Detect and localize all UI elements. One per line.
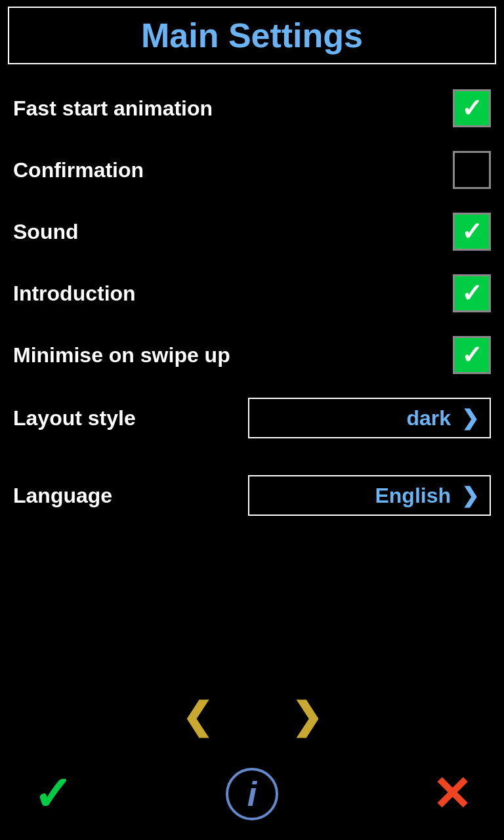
setting-layout-style: Layout style dark ❯ [13,386,491,450]
layout-style-label: Layout style [13,406,136,430]
confirm-button[interactable]: ✓ [33,770,72,818]
sound-checkmark: ✓ [461,219,482,244]
setting-language: Language English ❯ [13,463,491,528]
minimise-swipe-label: Minimise on swipe up [13,343,230,368]
layout-style-arrow-icon: ❯ [461,406,479,430]
language-arrow-icon: ❯ [461,483,479,508]
fast-start-animation-checkmark: ✓ [461,96,482,121]
nav-arrows-row: ❮ ❯ [182,698,322,735]
setting-confirmation: Confirmation [13,139,491,201]
minimise-swipe-checkmark: ✓ [461,343,482,368]
setting-fast-start-animation: Fast start animation ✓ [13,77,491,139]
page-header: Main Settings [8,7,496,64]
language-dropdown[interactable]: English ❯ [248,475,491,516]
next-arrow-button[interactable]: ❯ [291,698,322,735]
prev-arrow-button[interactable]: ❮ [182,698,213,735]
language-label: Language [13,484,112,508]
sound-checkbox[interactable]: ✓ [453,213,491,251]
cancel-button[interactable]: ✕ [432,770,471,818]
confirmation-checkbox[interactable] [453,151,491,189]
setting-sound: Sound ✓ [13,201,491,262]
info-button[interactable]: i [226,768,278,820]
introduction-checkmark: ✓ [461,281,482,306]
introduction-checkbox[interactable]: ✓ [453,274,491,312]
minimise-swipe-checkbox[interactable]: ✓ [453,336,491,374]
fast-start-animation-label: Fast start animation [13,96,213,121]
language-value: English [375,484,451,508]
introduction-label: Introduction [13,282,136,306]
bottom-navigation: ❮ ❯ ✓ i ✕ [0,669,504,840]
nav-bottom-row: ✓ i ✕ [0,768,504,820]
setting-introduction: Introduction ✓ [13,262,491,324]
fast-start-animation-checkbox[interactable]: ✓ [453,89,491,127]
sound-label: Sound [13,220,79,244]
page-title: Main Settings [16,16,488,55]
settings-list: Fast start animation ✓ Confirmation Soun… [0,77,504,528]
info-icon: i [247,777,257,811]
layout-style-value: dark [406,406,451,430]
setting-minimise-swipe: Minimise on swipe up ✓ [13,324,491,386]
confirmation-label: Confirmation [13,158,144,182]
layout-style-dropdown[interactable]: dark ❯ [248,398,491,438]
